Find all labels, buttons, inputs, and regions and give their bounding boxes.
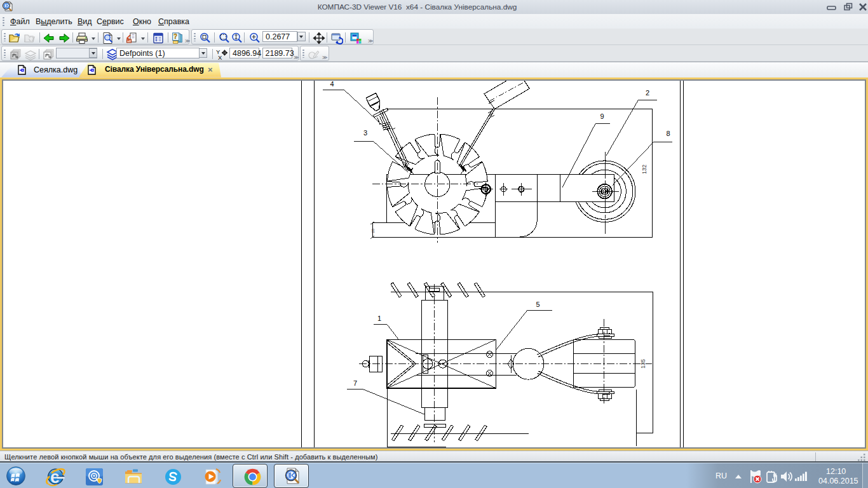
svg-text:2: 2 <box>646 88 649 96</box>
svg-text:1: 1 <box>377 314 381 322</box>
svg-text:132: 132 <box>641 164 648 173</box>
svg-text:9: 9 <box>600 112 604 119</box>
svg-text:135: 135 <box>640 358 646 368</box>
svg-text:8: 8 <box>667 129 670 137</box>
svg-text:?: ? <box>173 33 177 40</box>
svg-text:3: 3 <box>363 129 367 137</box>
svg-text:20: 20 <box>371 228 375 233</box>
svg-text:4: 4 <box>330 81 334 88</box>
svg-text:X: X <box>218 54 222 61</box>
svg-text:5: 5 <box>536 300 540 308</box>
svg-text:7: 7 <box>353 379 357 386</box>
